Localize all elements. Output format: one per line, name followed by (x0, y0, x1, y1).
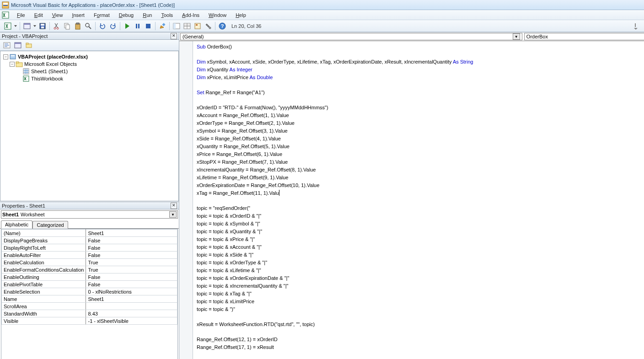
tab-categorized[interactable]: Categorized (32, 221, 68, 229)
dropdown-arrow-icon[interactable]: ▼ (513, 33, 520, 40)
toolbar-overflow[interactable] (631, 21, 641, 31)
code-editor[interactable]: Sub OrderBox() Dim xSymbol, xAccount, xS… (179, 41, 644, 359)
tree-root[interactable]: − VBAProject (placeOrder.xlsx) (1, 53, 177, 60)
menu-addins[interactable]: Add-Ins (178, 11, 204, 19)
dropdown-arrow-icon[interactable]: ▼ (169, 211, 177, 218)
project-explorer-button[interactable] (172, 21, 182, 31)
paste-button[interactable] (73, 21, 83, 31)
property-value[interactable]: True (86, 259, 177, 266)
find-button[interactable] (83, 21, 93, 31)
insert-userform-button[interactable] (22, 21, 32, 31)
object-dropdown[interactable]: (General) ▼ (180, 33, 522, 40)
menu-window[interactable]: Window (204, 11, 231, 19)
svg-line-17 (89, 27, 91, 29)
property-value[interactable]: Sheet1 (86, 230, 177, 237)
property-row[interactable]: EnableCalculationTrue (2, 259, 177, 266)
view-object-button[interactable] (13, 40, 23, 50)
menu-insert[interactable]: Insert (68, 11, 89, 19)
property-name: EnableAutoFilter (2, 252, 86, 259)
reset-button[interactable] (143, 21, 153, 31)
menubar: File Edit View Insert Format Debug Run T… (0, 10, 644, 20)
menu-debug[interactable]: Debug (115, 11, 138, 19)
run-button[interactable] (122, 21, 132, 31)
object-browser-button[interactable] (193, 21, 203, 31)
property-row[interactable]: DisplayRightToLeftFalse (2, 244, 177, 252)
menu-help[interactable]: Help (231, 11, 250, 19)
property-value[interactable]: -1 - xlSheetVisible (86, 317, 177, 325)
properties-pane-close[interactable]: ✕ (171, 203, 177, 209)
property-row[interactable]: EnableSelection0 - xlNoRestrictions (2, 288, 177, 295)
view-excel-button[interactable] (3, 21, 13, 31)
view-code-button[interactable] (2, 40, 12, 50)
property-value[interactable]: False (86, 273, 177, 281)
design-mode-button[interactable] (157, 21, 167, 31)
property-value[interactable]: Sheet1 (86, 295, 177, 303)
property-row[interactable]: EnablePivotTableFalse (2, 281, 177, 288)
insert-dropdown[interactable] (32, 21, 37, 31)
properties-window-button[interactable] (182, 21, 192, 31)
menu-tools[interactable]: Tools (157, 11, 177, 19)
properties-grid[interactable]: (Name)Sheet1DisplayPageBreaksFalseDispla… (1, 229, 178, 359)
property-row[interactable]: DisplayPageBreaksFalse (2, 237, 177, 244)
property-value[interactable] (86, 303, 177, 310)
property-value[interactable]: 8.43 (86, 310, 177, 317)
break-button[interactable] (133, 21, 143, 31)
window-title: Microsoft Visual Basic for Applications … (11, 2, 175, 8)
svg-rect-14 (75, 24, 80, 29)
save-button[interactable] (38, 21, 48, 31)
property-row[interactable]: (Name)Sheet1 (2, 230, 177, 237)
collapse-icon[interactable]: − (10, 62, 15, 67)
procedure-dropdown[interactable]: OrderBox (524, 33, 644, 40)
svg-rect-18 (136, 24, 137, 28)
property-value[interactable]: True (86, 266, 177, 273)
properties-pane: Sheet1 Worksheet ▼ Alphabetic Categorize… (0, 209, 179, 359)
svg-rect-33 (635, 23, 636, 27)
property-value[interactable]: False (86, 281, 177, 288)
property-row[interactable]: NameSheet1 (2, 295, 177, 303)
tree-item-sheet1[interactable]: Sheet1 (Sheet1) (1, 68, 177, 75)
property-row[interactable]: EnableOutliningFalse (2, 273, 177, 281)
menu-view[interactable]: View (48, 11, 67, 19)
excel-doc-icon (2, 11, 9, 19)
tree-folder[interactable]: − Microsoft Excel Objects (1, 60, 177, 68)
menu-file[interactable]: File (13, 11, 29, 19)
project-pane-close[interactable]: ✕ (171, 33, 177, 39)
property-value[interactable]: False (86, 252, 177, 259)
property-value[interactable]: False (86, 237, 177, 244)
cut-button[interactable] (52, 21, 62, 31)
property-row[interactable]: StandardWidth8.43 (2, 310, 177, 317)
object-selector[interactable]: Sheet1 Worksheet ▼ (1, 210, 178, 219)
property-name: Name (2, 295, 86, 303)
property-name: EnablePivotTable (2, 281, 86, 288)
tree-item-thisworkbook[interactable]: ThisWorkbook (1, 75, 177, 82)
property-row[interactable]: EnableAutoFilterFalse (2, 252, 177, 259)
view-excel-dropdown[interactable] (13, 21, 18, 31)
cursor-position-label: Ln 20, Col 36 (231, 23, 261, 29)
menu-format[interactable]: Format (90, 11, 114, 19)
svg-rect-23 (173, 23, 176, 29)
tree-folder-label: Microsoft Excel Objects (24, 61, 77, 67)
toolbox-button[interactable] (203, 21, 213, 31)
copy-button[interactable] (62, 21, 72, 31)
property-name: EnableFormatConditionsCalculation (2, 266, 86, 273)
property-value[interactable]: 0 - xlNoRestrictions (86, 288, 177, 295)
menu-run[interactable]: Run (139, 11, 156, 19)
tab-alphabetic[interactable]: Alphabetic (1, 220, 32, 229)
object-name: Sheet1 (2, 212, 19, 217)
collapse-icon[interactable]: − (3, 54, 8, 59)
help-button[interactable]: ? (217, 21, 227, 31)
property-row[interactable]: EnableFormatConditionsCalculationTrue (2, 266, 177, 273)
property-tabs: Alphabetic Categorized (0, 220, 179, 229)
property-row[interactable]: Visible-1 - xlSheetVisible (2, 317, 177, 325)
menu-edit[interactable]: Edit (30, 11, 47, 19)
svg-rect-9 (41, 27, 44, 28)
code-text[interactable]: Sub OrderBox() Dim xSymbol, xAccount, xS… (193, 41, 644, 359)
toggle-folders-button[interactable] (24, 40, 34, 50)
redo-button[interactable] (108, 21, 118, 31)
undo-button[interactable] (97, 21, 107, 31)
svg-rect-42 (10, 54, 16, 59)
property-value[interactable]: False (86, 244, 177, 252)
project-tree[interactable]: − VBAProject (placeOrder.xlsx) − Microso… (0, 51, 179, 201)
svg-rect-13 (66, 25, 70, 29)
property-row[interactable]: ScrollArea (2, 303, 177, 310)
